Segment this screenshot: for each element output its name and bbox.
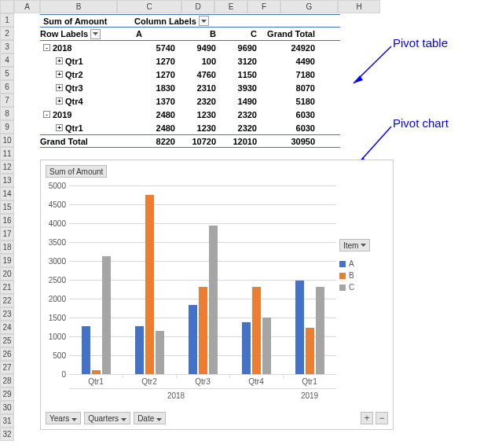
row-header-7[interactable]: 7 bbox=[0, 94, 14, 107]
row-labels-dropdown[interactable] bbox=[90, 29, 101, 39]
col-header-h[interactable]: H bbox=[338, 0, 380, 13]
filter-label: Date bbox=[137, 414, 154, 423]
row-header-29[interactable]: 29 bbox=[0, 387, 14, 401]
row-header-31[interactable]: 31 bbox=[0, 414, 14, 428]
row-header-26[interactable]: 26 bbox=[0, 347, 14, 361]
col-header-d[interactable]: D bbox=[181, 0, 214, 13]
bar-c[interactable] bbox=[316, 287, 324, 374]
row-header-1[interactable]: 1 bbox=[0, 13, 14, 27]
bar-b[interactable] bbox=[92, 370, 101, 374]
expand-icon[interactable]: + bbox=[56, 57, 63, 64]
y-tick: 500 bbox=[53, 351, 66, 360]
row-header-11[interactable]: 11 bbox=[0, 147, 14, 160]
chevron-down-icon bbox=[69, 414, 77, 423]
col-header-f[interactable]: F bbox=[247, 0, 280, 13]
bar-b[interactable] bbox=[199, 287, 207, 374]
pivot-value: 100 bbox=[175, 57, 216, 66]
row-header-3[interactable]: 3 bbox=[0, 40, 14, 53]
row-header-12[interactable]: 12 bbox=[0, 160, 14, 174]
bar-c[interactable] bbox=[102, 256, 111, 374]
expand-icon[interactable]: + bbox=[56, 124, 63, 131]
row-header-30[interactable]: 30 bbox=[0, 401, 14, 414]
filter-button-years[interactable]: Years bbox=[46, 412, 81, 424]
row-header-24[interactable]: 24 bbox=[0, 321, 14, 334]
row-header-8[interactable]: 8 bbox=[0, 107, 14, 120]
row-header-6[interactable]: 6 bbox=[0, 80, 14, 94]
bar-b[interactable] bbox=[252, 287, 261, 374]
col-header-grand-total: Grand Total bbox=[257, 29, 315, 39]
gridline bbox=[69, 223, 336, 224]
chart-plus-button[interactable]: + bbox=[361, 412, 373, 424]
filter-button-date[interactable]: Date bbox=[134, 412, 166, 424]
row-header-21[interactable]: 21 bbox=[0, 281, 14, 294]
bar-a[interactable] bbox=[295, 281, 304, 374]
expand-icon[interactable]: + bbox=[56, 84, 63, 91]
expand-icon[interactable]: + bbox=[56, 71, 63, 78]
chevron-down-icon bbox=[119, 414, 126, 423]
legend-item-c[interactable]: C bbox=[339, 283, 387, 292]
row-header-18[interactable]: 18 bbox=[0, 241, 14, 254]
col-header-g[interactable]: G bbox=[280, 0, 338, 13]
gt-val-b: 10720 bbox=[175, 137, 216, 146]
expand-icon[interactable]: + bbox=[56, 97, 63, 105]
legend-item-b[interactable]: B bbox=[339, 271, 387, 280]
row-header-28[interactable]: 28 bbox=[0, 374, 14, 387]
row-header-2[interactable]: 2 bbox=[0, 27, 14, 40]
row-header-17[interactable]: 17 bbox=[0, 227, 14, 241]
pivot-value: 1150 bbox=[216, 70, 257, 79]
row-header-22[interactable]: 22 bbox=[0, 294, 14, 307]
row-header-9[interactable]: 9 bbox=[0, 120, 14, 134]
pivot-value: 2480 bbox=[134, 123, 175, 133]
bar-c[interactable] bbox=[156, 331, 164, 374]
row-header-25[interactable]: 25 bbox=[0, 334, 14, 347]
row-header-4[interactable]: 4 bbox=[0, 53, 14, 67]
legend-swatch bbox=[339, 261, 346, 267]
chart-minus-button[interactable]: − bbox=[376, 412, 388, 424]
col-header-b[interactable]: B bbox=[40, 0, 117, 13]
bar-b[interactable] bbox=[145, 195, 154, 374]
row-header-15[interactable]: 15 bbox=[0, 200, 14, 214]
pivot-chart[interactable]: Sum of Amount 05001000150020002500300035… bbox=[40, 160, 394, 430]
filter-button-quarters[interactable]: Quarters bbox=[84, 412, 130, 424]
bar-a[interactable] bbox=[242, 322, 251, 374]
filter-label: Quarters bbox=[88, 414, 119, 423]
bar-a[interactable] bbox=[135, 326, 144, 374]
legend-label: A bbox=[349, 259, 354, 268]
bar-a[interactable] bbox=[189, 305, 197, 374]
col-header-c[interactable]: C bbox=[117, 0, 181, 13]
pivot-row: -20192480123023206030 bbox=[40, 108, 340, 121]
legend-title-button[interactable]: Item bbox=[339, 239, 370, 252]
bar-c[interactable] bbox=[262, 318, 271, 374]
x-category-label: Qtr3 bbox=[176, 377, 229, 386]
collapse-icon[interactable]: - bbox=[43, 111, 50, 118]
bar-c[interactable] bbox=[209, 226, 218, 374]
row-header-27[interactable]: 27 bbox=[0, 361, 14, 374]
row-header-32[interactable]: 32 bbox=[0, 428, 14, 441]
x-category-label: Qtr1 bbox=[283, 377, 336, 386]
row-header-10[interactable]: 10 bbox=[0, 134, 14, 147]
plot-area bbox=[69, 185, 336, 374]
x-category-label: Qtr2 bbox=[123, 377, 176, 386]
y-axis: 0500100015002000250030003500400045005000 bbox=[46, 185, 68, 374]
row-header-20[interactable]: 20 bbox=[0, 267, 14, 281]
legend: Item ABC bbox=[339, 239, 387, 295]
spreadsheet-column-headers: ABCDEFGH bbox=[0, 0, 380, 13]
bar-b[interactable] bbox=[306, 328, 314, 374]
collapse-icon[interactable]: - bbox=[43, 44, 50, 51]
row-header-13[interactable]: 13 bbox=[0, 174, 14, 187]
row-header-14[interactable]: 14 bbox=[0, 187, 14, 200]
legend-item-a[interactable]: A bbox=[339, 259, 387, 268]
row-header-5[interactable]: 5 bbox=[0, 67, 14, 80]
pivot-value: 2480 bbox=[134, 110, 175, 119]
pivot-row-total: 24920 bbox=[257, 43, 315, 53]
chart-measure-button[interactable]: Sum of Amount bbox=[46, 165, 107, 178]
bar-a[interactable] bbox=[82, 326, 90, 374]
pivot-value: 1270 bbox=[134, 57, 175, 66]
row-header-19[interactable]: 19 bbox=[0, 254, 14, 267]
pivot-value: 2310 bbox=[175, 83, 216, 93]
row-header-16[interactable]: 16 bbox=[0, 214, 14, 227]
column-labels-dropdown[interactable] bbox=[199, 16, 209, 26]
row-header-23[interactable]: 23 bbox=[0, 307, 14, 321]
col-header-e[interactable]: E bbox=[214, 0, 247, 13]
col-header-a[interactable]: A bbox=[14, 0, 40, 13]
